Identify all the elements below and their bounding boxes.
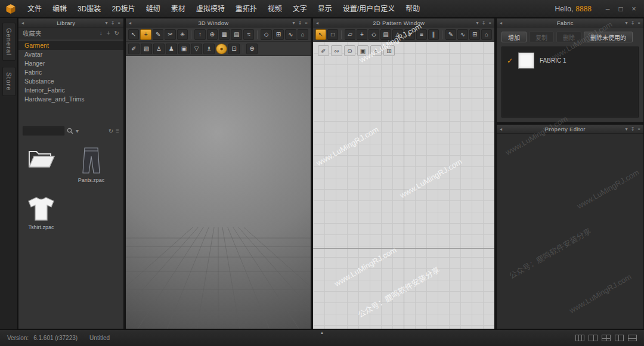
- curve2-icon[interactable]: ∾: [331, 45, 342, 56]
- close-button[interactable]: ×: [628, 0, 639, 18]
- add-favorite-icon[interactable]: +: [107, 30, 110, 36]
- menu-text[interactable]: 文字: [287, 0, 312, 18]
- grid-icon[interactable]: ▤: [231, 29, 242, 40]
- fabric-delete-button[interactable]: 删除: [556, 32, 581, 42]
- collapse-left-icon[interactable]: ◄: [126, 21, 134, 25]
- panel-close-icon[interactable]: ×: [637, 20, 640, 26]
- wave-icon[interactable]: ∿: [285, 29, 296, 40]
- pattern-icon[interactable]: ▱: [345, 29, 355, 40]
- statusbar-collapse-icon[interactable]: ▲: [320, 330, 324, 335]
- refresh-view-icon[interactable]: ↻: [109, 128, 113, 134]
- menu-video[interactable]: 视频: [262, 0, 287, 18]
- search-icon[interactable]: [67, 128, 73, 134]
- panel-caret-icon[interactable]: ▾: [626, 20, 628, 26]
- attach-icon[interactable]: ⊕: [207, 29, 218, 40]
- library-item-substance[interactable]: Substance: [18, 77, 123, 86]
- search-caret-icon[interactable]: ▾: [76, 128, 79, 134]
- library-item-hardware-trims[interactable]: Hardware_and_Trims: [18, 95, 123, 104]
- coin-icon[interactable]: ●: [216, 44, 227, 54]
- curve-icon[interactable]: ∿: [457, 29, 468, 40]
- wind-icon[interactable]: ≈: [243, 29, 254, 40]
- tshirt-tool-icon[interactable]: ▽: [191, 44, 202, 54]
- settings-icon[interactable]: ⌂: [298, 29, 308, 40]
- edit-pen-icon[interactable]: ✐: [318, 45, 329, 56]
- library-item-hanger[interactable]: Hanger: [18, 59, 123, 68]
- panel-caret-icon[interactable]: ▾: [626, 126, 628, 132]
- layout-rows-icon[interactable]: [628, 335, 637, 341]
- menu-3d-garment[interactable]: 3D服装: [72, 0, 106, 18]
- fabric-list-item[interactable]: ✓ FABRIC 1: [507, 52, 633, 69]
- avatar-icon[interactable]: ♙: [153, 44, 165, 54]
- seam-icon[interactable]: ≡: [416, 29, 427, 40]
- box-icon[interactable]: ▣: [178, 44, 190, 54]
- marquee-icon[interactable]: □: [327, 29, 338, 40]
- texture-icon[interactable]: ▧: [141, 44, 152, 54]
- pen2d-icon[interactable]: ✎: [445, 29, 456, 40]
- 3d-viewport[interactable]: [126, 56, 311, 329]
- pen-icon[interactable]: ✎: [153, 29, 163, 40]
- panel-close-icon[interactable]: ×: [637, 126, 640, 132]
- menu-file[interactable]: 文件: [22, 0, 47, 18]
- panel-close-icon[interactable]: ×: [488, 20, 491, 26]
- fabric-swatch[interactable]: [518, 52, 534, 69]
- side-tab-store[interactable]: Store: [2, 67, 16, 96]
- fabric-add-button[interactable]: 增加: [501, 32, 527, 42]
- add-point-icon[interactable]: +: [357, 29, 367, 40]
- scissors-icon[interactable]: ✂: [165, 29, 175, 40]
- collapse-left-icon[interactable]: ◄: [313, 21, 321, 25]
- pose-icon[interactable]: ♟: [166, 44, 177, 54]
- maximize-button[interactable]: □: [615, 0, 626, 18]
- fold-icon[interactable]: ◇: [261, 29, 271, 40]
- menu-avatar[interactable]: 虚拟模特: [191, 0, 230, 18]
- fabric-copy-button[interactable]: 复制: [529, 32, 554, 42]
- library-item-fabric[interactable]: Fabric: [18, 68, 123, 77]
- menu-settings-custom[interactable]: 设置/用户自定义: [338, 0, 400, 18]
- layout-sidebar-icon[interactable]: [615, 335, 624, 341]
- side-tab-general[interactable]: General: [2, 23, 16, 61]
- list-view-icon[interactable]: ≡: [116, 128, 119, 134]
- import-icon[interactable]: ↓: [100, 30, 103, 36]
- 2d-viewport[interactable]: ✐ ∾ ⊙ ▣ ○ ⊞: [313, 42, 494, 329]
- panel-pin-icon[interactable]: ↧: [631, 20, 635, 26]
- menu-help[interactable]: 帮助: [400, 0, 425, 18]
- grid2-icon[interactable]: ⊞: [383, 45, 395, 56]
- mannequin-icon[interactable]: ♗: [203, 44, 215, 54]
- layout-two-pane-icon[interactable]: [589, 335, 597, 341]
- arrow-up-icon[interactable]: ↑: [194, 29, 205, 40]
- table-icon[interactable]: ▦: [219, 29, 230, 40]
- panel-caret-icon[interactable]: ▾: [106, 20, 108, 26]
- collapse-left-icon[interactable]: ◄: [18, 21, 27, 25]
- fabric-delete-unused-button[interactable]: 删除未使用的: [584, 32, 633, 42]
- transform-icon[interactable]: ↖: [315, 29, 326, 40]
- folder-thumb[interactable]: [24, 147, 58, 183]
- measure-icon[interactable]: ⊞: [273, 29, 284, 40]
- hanger-icon[interactable]: ⌂: [481, 29, 492, 40]
- circle-icon[interactable]: ○: [370, 45, 382, 56]
- menu-2d-pattern[interactable]: 2D板片: [106, 0, 140, 18]
- panel-pin-icon[interactable]: ↧: [482, 20, 486, 26]
- trace-icon[interactable]: ⊞: [469, 29, 480, 40]
- menu-sewing[interactable]: 缝纫: [141, 0, 166, 18]
- collapse-left-icon[interactable]: ◄: [497, 21, 505, 25]
- parallel-icon[interactable]: ∥: [428, 29, 439, 40]
- dart-icon[interactable]: △: [392, 29, 403, 40]
- minimize-button[interactable]: –: [602, 0, 613, 18]
- gizmo-icon[interactable]: ✳: [177, 29, 188, 40]
- library-item-garment[interactable]: Garment: [18, 41, 123, 50]
- add-pin-icon[interactable]: +: [140, 29, 151, 40]
- select-icon[interactable]: ↖: [128, 29, 139, 40]
- refresh-icon[interactable]: ↻: [114, 30, 119, 36]
- panel-caret-icon[interactable]: ▾: [293, 20, 295, 26]
- rect-icon[interactable]: ▤: [380, 29, 391, 40]
- panel-caret-icon[interactable]: ▾: [476, 20, 479, 26]
- menu-material[interactable]: 素材: [166, 0, 191, 18]
- notch-icon[interactable]: ∨: [404, 29, 415, 40]
- polygon-icon[interactable]: ◇: [369, 29, 379, 40]
- collapse-left-icon[interactable]: ◄: [497, 127, 505, 131]
- arrange-icon[interactable]: ⊡: [228, 44, 240, 54]
- tshirt-thumb[interactable]: Tshirt.zpac: [24, 196, 58, 230]
- layout-quad-icon[interactable]: [602, 335, 611, 341]
- magnet-icon[interactable]: ⊙: [344, 45, 355, 56]
- menu-retopology[interactable]: 重拓扑: [230, 0, 262, 18]
- pants-thumb[interactable]: Pants.zpac: [75, 147, 108, 183]
